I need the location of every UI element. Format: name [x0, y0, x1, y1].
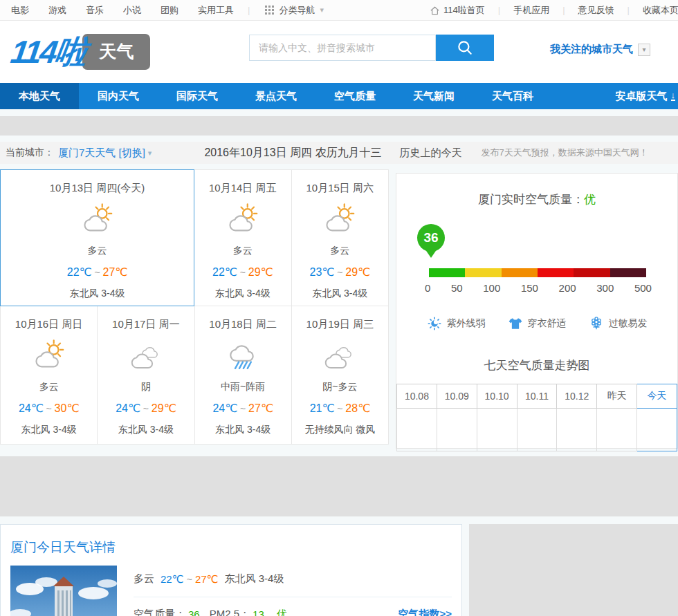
top-utility-bar: 电影 游戏 音乐 小说 团购 实用工具 | 分类导航 ▾ 114啦首页 | 手机… — [0, 0, 678, 21]
pm25-value: 13 — [253, 608, 264, 616]
forecast-temps: 22℃ ~ 27℃ — [67, 265, 128, 279]
trend-column-header-today: 今天 — [637, 384, 677, 409]
partly-cloudy-icon — [224, 202, 262, 239]
dressing-index-tip[interactable]: 穿衣舒适 — [508, 316, 567, 331]
forecast-card[interactable]: 10月18日 周二 中雨~阵雨 24℃ ~ 27℃ 东北风 3-4级 — [194, 306, 292, 445]
air-index-link[interactable]: 空气指数>> — [398, 608, 452, 616]
allergy-index-tip[interactable]: 过敏易发 — [589, 316, 648, 331]
partly-cloudy-icon — [79, 202, 116, 239]
forecast-wind: 东北风 3-4级 — [69, 288, 125, 300]
forecast-card-today[interactable]: 10月13日 周四(今天) 多云 22℃ ~ 27℃ 东北风 3-4级 — [0, 169, 194, 306]
today-detail-panel: 厦门今日天气详情 — [0, 524, 462, 616]
search-button[interactable] — [436, 35, 494, 61]
trend-column-header: 10.08 — [397, 384, 437, 409]
grid-icon — [265, 6, 274, 15]
divider: | — [248, 5, 250, 15]
nav-weather-wiki[interactable]: 天气百科 — [473, 83, 552, 109]
forecast-date: 10月17日 周一 — [112, 318, 180, 331]
forecast-desc: 多云 — [88, 245, 107, 257]
current-date: 2016年10月13日 周四 农历九月十三 — [204, 146, 381, 160]
android-app-link[interactable]: 安卓版天气 ↓ — [616, 90, 676, 103]
forecast-wind: 东北风 3-4级 — [118, 424, 174, 436]
followed-cities-dropdown[interactable]: 我关注的城市天气 ▾ — [550, 43, 650, 56]
dressing-index-label: 穿衣舒适 — [528, 317, 567, 330]
forecast-desc: 多云 — [39, 381, 59, 393]
data-source-note: 发布7天天气预报，数据来源中国天气网！ — [481, 147, 648, 159]
nav-domestic-weather[interactable]: 国内天气 — [79, 83, 158, 109]
forecast-wind: 东北风 3-4级 — [215, 424, 271, 436]
site-logo[interactable]: 114啦 天气 — [11, 33, 150, 71]
logo-114la: 114啦 — [8, 33, 88, 71]
top-link-games[interactable]: 游戏 — [39, 4, 76, 17]
top-link-music[interactable]: 音乐 — [76, 4, 113, 17]
aqi-scale-ticks: 050100 150200300 500 — [425, 282, 652, 294]
divider: | — [627, 5, 630, 15]
partly-cloudy-icon — [30, 338, 68, 375]
trend-column-header: 10.09 — [437, 384, 477, 409]
trend-cell — [437, 409, 477, 451]
search-input[interactable] — [249, 35, 436, 61]
forecast-temps: 24℃ ~ 27℃ — [212, 402, 273, 415]
aqi-scale-bar — [429, 268, 646, 277]
logo-weather-badge: 天气 — [82, 34, 150, 70]
city-switch-link[interactable]: 厦门7天天气 [切换] — [58, 147, 145, 160]
top-link-novels[interactable]: 小说 — [113, 4, 151, 17]
trend-cell — [597, 409, 637, 451]
uv-index-tip[interactable]: 紫外线弱 — [427, 316, 486, 331]
forecast-temps: 23℃ ~ 29℃ — [310, 265, 371, 279]
forecast-desc: 中雨~阵雨 — [221, 381, 265, 393]
top-link-groupbuy[interactable]: 团购 — [151, 4, 188, 17]
forecast-temps: 21℃ ~ 28℃ — [310, 402, 371, 415]
pm25-label: PM2.5： — [210, 608, 250, 616]
air-quality-panel: 厦门实时空气质量：优 36 050100 150200300 500 紫外线弱 — [396, 173, 678, 449]
forecast-desc: 阴 — [141, 381, 151, 393]
forecast-temps: 22℃ ~ 29℃ — [212, 265, 273, 279]
forecast-temps: 24℃ ~ 30℃ — [19, 402, 80, 415]
top-link-homepage[interactable]: 114啦首页 — [434, 4, 494, 17]
aqi-segment-hazardous — [610, 268, 646, 277]
top-link-tools[interactable]: 实用工具 — [188, 4, 244, 17]
top-link-mobile-app[interactable]: 手机应用 — [504, 4, 558, 17]
forecast-card[interactable]: 10月14日 周五 多云 22℃ ~ 29℃ 东北风 3-4级 — [194, 169, 292, 306]
aqi-trend-title: 七天空气质量走势图 — [396, 357, 677, 373]
city-photo — [10, 566, 117, 616]
forecast-card[interactable]: 10月16日 周日 多云 24℃ ~ 30℃ 东北风 3-4级 — [0, 306, 98, 445]
top-link-movies[interactable]: 电影 — [1, 4, 39, 17]
today-detail-title: 厦门今日天气详情 — [10, 539, 452, 557]
top-link-bookmark[interactable]: 收藏本页 — [634, 4, 678, 17]
aqi-value: 36 — [417, 224, 445, 252]
forecast-card[interactable]: 10月15日 周六 多云 23℃ ~ 29℃ 东北风 3-4级 — [291, 169, 390, 306]
site-header: 114啦 天气 我关注的城市天气 ▾ — [0, 21, 678, 83]
category-nav-label: 分类导航 — [279, 4, 315, 17]
divider — [134, 597, 452, 597]
right-panel-placeholder — [469, 524, 678, 616]
chevron-down-icon: ▾ — [638, 44, 650, 56]
aqi-segment-unhealthy — [538, 268, 574, 277]
top-right-links: 114啦首页 | 手机应用 | 意见反馈 | 收藏本页 — [430, 4, 678, 17]
trend-column-header: 10.11 — [517, 384, 557, 409]
category-nav-menu[interactable]: 分类导航 ▾ — [265, 4, 324, 17]
forecast-card[interactable]: 10月17日 周一 阴 24℃ ~ 29℃ 东北风 3-4级 — [97, 306, 194, 445]
chevron-down-icon: ▾ — [148, 149, 152, 158]
life-index-tips: 紫外线弱 穿衣舒适 过敏易发 — [396, 316, 677, 331]
trend-column-header: 10.10 — [477, 384, 517, 409]
top-links: 电影 游戏 音乐 小说 团购 实用工具 | 分类导航 ▾ — [1, 4, 324, 17]
nav-scenic-weather[interactable]: 景点天气 — [237, 83, 315, 109]
aqi-segment-very-unhealthy — [574, 268, 610, 277]
forecast-wind: 东北风 3-4级 — [215, 288, 271, 300]
nav-local-weather[interactable]: 本地天气 — [0, 83, 79, 109]
history-today-link[interactable]: 历史上的今天 — [399, 147, 461, 160]
nav-weather-news[interactable]: 天气新闻 — [394, 83, 473, 109]
nav-air-quality[interactable]: 空气质量 — [315, 83, 394, 109]
ad-banner-placeholder — [0, 116, 678, 136]
tshirt-icon — [508, 316, 523, 331]
overcast-icon — [127, 338, 165, 375]
aqi-value-pin: 36 — [417, 224, 446, 252]
forecast-card[interactable]: 10月19日 周三 阴~多云 21℃ ~ 28℃ 无持续风向 微风 — [291, 306, 389, 445]
uv-index-label: 紫外线弱 — [447, 317, 486, 330]
top-link-feedback[interactable]: 意见反馈 — [569, 4, 623, 17]
current-city-label: 当前城市： — [6, 147, 54, 159]
nav-international-weather[interactable]: 国际天气 — [158, 83, 237, 109]
aqi-level: 优 — [584, 193, 596, 206]
today-detail-info: 多云 22℃ ~ 27℃ 东北风 3-4级 空气质量： 36 PM2.5： 13… — [134, 566, 452, 616]
